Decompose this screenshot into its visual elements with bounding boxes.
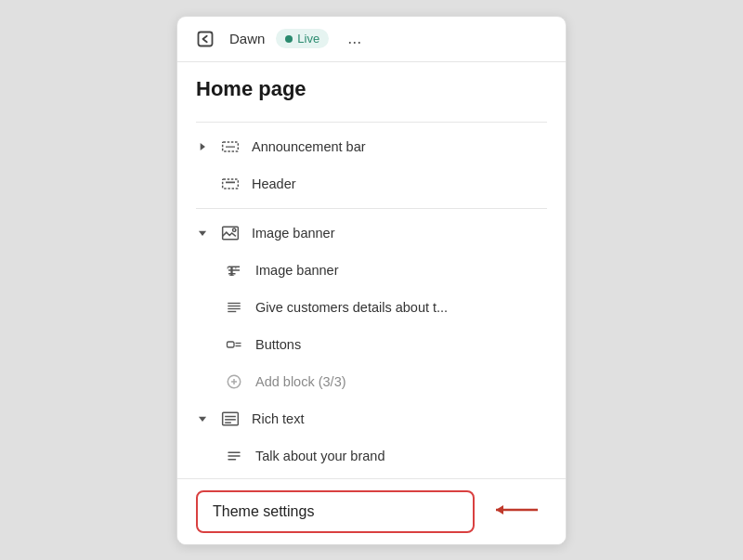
svg-marker-23: [199, 416, 206, 421]
sidebar-item-label-rich-text: Rich text: [252, 411, 304, 426]
sidebar-item-give-customers[interactable]: Give customers details about t...: [177, 289, 566, 326]
sidebar-item-label-image-banner: Image banner: [252, 226, 334, 241]
divider-1: [196, 122, 547, 123]
sidebar-item-label-talk-about-brand: Talk about your brand: [255, 449, 385, 463]
more-button[interactable]: ...: [342, 27, 367, 50]
svg-point-8: [233, 228, 236, 231]
svg-rect-17: [228, 342, 235, 347]
red-arrow: [491, 497, 547, 527]
header-bar: Dawn Live ...: [177, 17, 566, 62]
rich-text-block-icon: [224, 297, 244, 318]
sidebar-item-label-image-banner-block: Image banner: [255, 263, 338, 278]
rich-text-section-icon: [220, 409, 241, 429]
scroll-container: Home page: [177, 62, 566, 478]
header-icon: [220, 174, 241, 194]
sidebar-item-add-block[interactable]: Add block (3/3): [177, 363, 566, 400]
sidebar-item-talk-about-brand[interactable]: Talk about your brand: [177, 437, 566, 475]
more-icon: ...: [347, 29, 361, 47]
chevron-down-icon: [196, 227, 209, 240]
talk-brand-icon: [224, 446, 244, 466]
chevron-down-icon-2: [196, 412, 209, 425]
svg-marker-29: [496, 505, 503, 514]
sidebar-item-label-add-block: Add block (3/3): [255, 374, 346, 389]
sidebar-item-announcement-bar[interactable]: Announcement bar: [177, 128, 566, 165]
image-banner-icon: [220, 223, 241, 243]
back-button[interactable]: [192, 26, 218, 52]
svg-marker-6: [199, 230, 206, 235]
scroll-content[interactable]: Home page: [177, 62, 566, 478]
footer-area: Theme settings: [177, 478, 566, 544]
editor-panel: Dawn Live ... Home page: [176, 16, 567, 545]
svg-rect-4: [223, 179, 239, 189]
chevron-right-icon: [196, 140, 209, 153]
divider-2: [196, 208, 547, 209]
nav-panel: Home page: [177, 62, 566, 544]
buttons-icon: [224, 334, 244, 355]
svg-text:T: T: [228, 264, 237, 279]
svg-rect-0: [199, 32, 213, 46]
sidebar-item-label-announcement-bar: Announcement bar: [252, 139, 366, 154]
sidebar-item-rich-text[interactable]: Rich text: [177, 400, 566, 437]
theme-settings-button[interactable]: Theme settings: [196, 490, 475, 533]
live-label: Live: [297, 32, 319, 46]
sidebar-item-image-banner[interactable]: Image banner: [177, 215, 566, 252]
sidebar-item-buttons[interactable]: Buttons: [177, 326, 566, 363]
svg-marker-1: [201, 142, 205, 150]
sidebar-item-header[interactable]: Header: [177, 165, 566, 202]
live-badge: Live: [276, 29, 329, 48]
text-block-icon: T: [224, 260, 244, 280]
page-title: Home page: [177, 77, 566, 116]
main-content: Home page: [177, 62, 566, 544]
sidebar-item-label-give-customers: Give customers details about t...: [255, 300, 448, 315]
live-dot: [285, 35, 293, 43]
sidebar-item-label-header: Header: [252, 176, 296, 191]
sidebar-item-label-buttons: Buttons: [255, 337, 301, 352]
sidebar-item-image-banner-block[interactable]: T Image banner: [177, 252, 566, 289]
add-block-icon: [224, 371, 244, 392]
theme-name: Dawn: [229, 31, 265, 46]
announcement-bar-icon: [220, 137, 241, 157]
